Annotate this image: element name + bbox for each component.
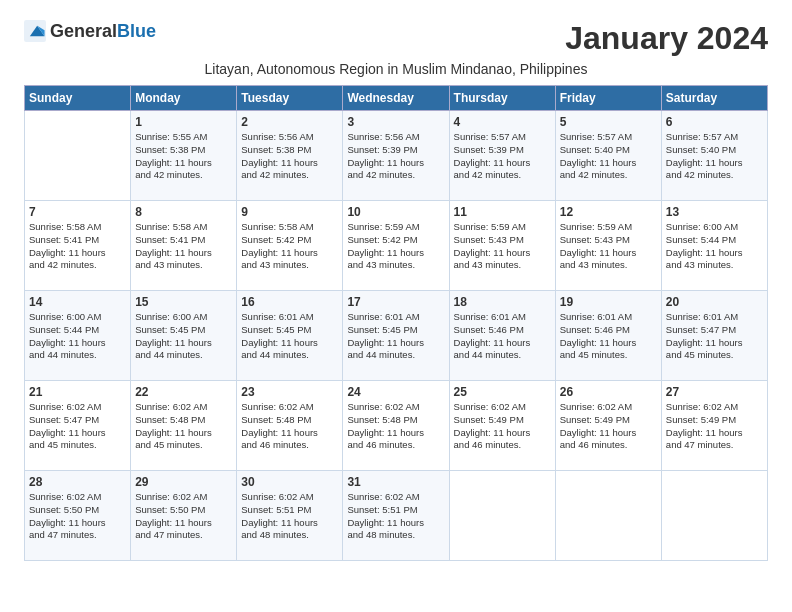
logo-general: General <box>50 21 117 41</box>
calendar-cell: 6Sunrise: 5:57 AM Sunset: 5:40 PM Daylig… <box>661 111 767 201</box>
day-number: 25 <box>454 385 551 399</box>
day-number: 5 <box>560 115 657 129</box>
day-info: Sunrise: 6:02 AM Sunset: 5:48 PM Dayligh… <box>241 401 338 452</box>
calendar-cell: 4Sunrise: 5:57 AM Sunset: 5:39 PM Daylig… <box>449 111 555 201</box>
day-number: 30 <box>241 475 338 489</box>
weekday-header-monday: Monday <box>131 86 237 111</box>
day-number: 28 <box>29 475 126 489</box>
weekday-header-friday: Friday <box>555 86 661 111</box>
calendar-cell: 9Sunrise: 5:58 AM Sunset: 5:42 PM Daylig… <box>237 201 343 291</box>
day-number: 15 <box>135 295 232 309</box>
logo: GeneralBlue <box>24 20 156 42</box>
day-info: Sunrise: 6:02 AM Sunset: 5:49 PM Dayligh… <box>666 401 763 452</box>
day-number: 18 <box>454 295 551 309</box>
day-info: Sunrise: 6:02 AM Sunset: 5:48 PM Dayligh… <box>135 401 232 452</box>
day-info: Sunrise: 6:00 AM Sunset: 5:44 PM Dayligh… <box>666 221 763 272</box>
calendar-cell: 15Sunrise: 6:00 AM Sunset: 5:45 PM Dayli… <box>131 291 237 381</box>
calendar-week-row: 21Sunrise: 6:02 AM Sunset: 5:47 PM Dayli… <box>25 381 768 471</box>
day-number: 2 <box>241 115 338 129</box>
weekday-header-row: SundayMondayTuesdayWednesdayThursdayFrid… <box>25 86 768 111</box>
calendar-week-row: 28Sunrise: 6:02 AM Sunset: 5:50 PM Dayli… <box>25 471 768 561</box>
day-info: Sunrise: 6:02 AM Sunset: 5:49 PM Dayligh… <box>454 401 551 452</box>
calendar-cell: 8Sunrise: 5:58 AM Sunset: 5:41 PM Daylig… <box>131 201 237 291</box>
day-number: 21 <box>29 385 126 399</box>
day-number: 11 <box>454 205 551 219</box>
day-info: Sunrise: 6:01 AM Sunset: 5:47 PM Dayligh… <box>666 311 763 362</box>
day-number: 12 <box>560 205 657 219</box>
calendar-cell: 7Sunrise: 5:58 AM Sunset: 5:41 PM Daylig… <box>25 201 131 291</box>
day-number: 13 <box>666 205 763 219</box>
day-info: Sunrise: 5:56 AM Sunset: 5:39 PM Dayligh… <box>347 131 444 182</box>
day-info: Sunrise: 5:57 AM Sunset: 5:40 PM Dayligh… <box>560 131 657 182</box>
calendar-cell: 31Sunrise: 6:02 AM Sunset: 5:51 PM Dayli… <box>343 471 449 561</box>
calendar-cell <box>661 471 767 561</box>
day-number: 27 <box>666 385 763 399</box>
calendar-week-row: 14Sunrise: 6:00 AM Sunset: 5:44 PM Dayli… <box>25 291 768 381</box>
day-info: Sunrise: 6:01 AM Sunset: 5:45 PM Dayligh… <box>241 311 338 362</box>
day-info: Sunrise: 6:00 AM Sunset: 5:45 PM Dayligh… <box>135 311 232 362</box>
day-info: Sunrise: 6:01 AM Sunset: 5:45 PM Dayligh… <box>347 311 444 362</box>
day-info: Sunrise: 5:58 AM Sunset: 5:41 PM Dayligh… <box>135 221 232 272</box>
calendar-cell: 22Sunrise: 6:02 AM Sunset: 5:48 PM Dayli… <box>131 381 237 471</box>
weekday-header-tuesday: Tuesday <box>237 86 343 111</box>
calendar-cell: 23Sunrise: 6:02 AM Sunset: 5:48 PM Dayli… <box>237 381 343 471</box>
day-info: Sunrise: 5:55 AM Sunset: 5:38 PM Dayligh… <box>135 131 232 182</box>
day-number: 19 <box>560 295 657 309</box>
calendar-cell: 2Sunrise: 5:56 AM Sunset: 5:38 PM Daylig… <box>237 111 343 201</box>
month-title: January 2024 <box>565 20 768 57</box>
calendar-cell: 25Sunrise: 6:02 AM Sunset: 5:49 PM Dayli… <box>449 381 555 471</box>
day-info: Sunrise: 5:56 AM Sunset: 5:38 PM Dayligh… <box>241 131 338 182</box>
day-info: Sunrise: 6:02 AM Sunset: 5:48 PM Dayligh… <box>347 401 444 452</box>
day-number: 14 <box>29 295 126 309</box>
calendar-cell: 20Sunrise: 6:01 AM Sunset: 5:47 PM Dayli… <box>661 291 767 381</box>
calendar-week-row: 1Sunrise: 5:55 AM Sunset: 5:38 PM Daylig… <box>25 111 768 201</box>
day-number: 22 <box>135 385 232 399</box>
calendar-table: SundayMondayTuesdayWednesdayThursdayFrid… <box>24 85 768 561</box>
weekday-header-wednesday: Wednesday <box>343 86 449 111</box>
day-info: Sunrise: 6:01 AM Sunset: 5:46 PM Dayligh… <box>454 311 551 362</box>
day-info: Sunrise: 6:02 AM Sunset: 5:49 PM Dayligh… <box>560 401 657 452</box>
day-info: Sunrise: 6:02 AM Sunset: 5:51 PM Dayligh… <box>347 491 444 542</box>
calendar-cell <box>25 111 131 201</box>
calendar-cell: 18Sunrise: 6:01 AM Sunset: 5:46 PM Dayli… <box>449 291 555 381</box>
day-info: Sunrise: 5:57 AM Sunset: 5:39 PM Dayligh… <box>454 131 551 182</box>
day-number: 16 <box>241 295 338 309</box>
calendar-cell: 24Sunrise: 6:02 AM Sunset: 5:48 PM Dayli… <box>343 381 449 471</box>
calendar-cell: 14Sunrise: 6:00 AM Sunset: 5:44 PM Dayli… <box>25 291 131 381</box>
day-info: Sunrise: 6:00 AM Sunset: 5:44 PM Dayligh… <box>29 311 126 362</box>
weekday-header-thursday: Thursday <box>449 86 555 111</box>
day-number: 1 <box>135 115 232 129</box>
day-number: 20 <box>666 295 763 309</box>
calendar-cell: 12Sunrise: 5:59 AM Sunset: 5:43 PM Dayli… <box>555 201 661 291</box>
calendar-cell: 13Sunrise: 6:00 AM Sunset: 5:44 PM Dayli… <box>661 201 767 291</box>
day-number: 7 <box>29 205 126 219</box>
calendar-week-row: 7Sunrise: 5:58 AM Sunset: 5:41 PM Daylig… <box>25 201 768 291</box>
calendar-cell: 26Sunrise: 6:02 AM Sunset: 5:49 PM Dayli… <box>555 381 661 471</box>
calendar-cell: 11Sunrise: 5:59 AM Sunset: 5:43 PM Dayli… <box>449 201 555 291</box>
day-number: 17 <box>347 295 444 309</box>
day-number: 26 <box>560 385 657 399</box>
calendar-cell: 5Sunrise: 5:57 AM Sunset: 5:40 PM Daylig… <box>555 111 661 201</box>
day-number: 29 <box>135 475 232 489</box>
day-info: Sunrise: 6:02 AM Sunset: 5:51 PM Dayligh… <box>241 491 338 542</box>
weekday-header-sunday: Sunday <box>25 86 131 111</box>
day-info: Sunrise: 5:59 AM Sunset: 5:43 PM Dayligh… <box>454 221 551 272</box>
day-number: 10 <box>347 205 444 219</box>
calendar-cell: 27Sunrise: 6:02 AM Sunset: 5:49 PM Dayli… <box>661 381 767 471</box>
day-info: Sunrise: 6:02 AM Sunset: 5:50 PM Dayligh… <box>29 491 126 542</box>
calendar-cell <box>449 471 555 561</box>
calendar-cell: 3Sunrise: 5:56 AM Sunset: 5:39 PM Daylig… <box>343 111 449 201</box>
calendar-cell: 17Sunrise: 6:01 AM Sunset: 5:45 PM Dayli… <box>343 291 449 381</box>
day-number: 31 <box>347 475 444 489</box>
calendar-subtitle: Litayan, Autonomous Region in Muslim Min… <box>24 61 768 77</box>
weekday-header-saturday: Saturday <box>661 86 767 111</box>
calendar-cell: 30Sunrise: 6:02 AM Sunset: 5:51 PM Dayli… <box>237 471 343 561</box>
calendar-cell: 10Sunrise: 5:59 AM Sunset: 5:42 PM Dayli… <box>343 201 449 291</box>
day-info: Sunrise: 5:57 AM Sunset: 5:40 PM Dayligh… <box>666 131 763 182</box>
day-info: Sunrise: 5:58 AM Sunset: 5:42 PM Dayligh… <box>241 221 338 272</box>
calendar-cell: 16Sunrise: 6:01 AM Sunset: 5:45 PM Dayli… <box>237 291 343 381</box>
calendar-cell: 21Sunrise: 6:02 AM Sunset: 5:47 PM Dayli… <box>25 381 131 471</box>
calendar-cell: 1Sunrise: 5:55 AM Sunset: 5:38 PM Daylig… <box>131 111 237 201</box>
day-info: Sunrise: 6:02 AM Sunset: 5:50 PM Dayligh… <box>135 491 232 542</box>
day-info: Sunrise: 5:59 AM Sunset: 5:43 PM Dayligh… <box>560 221 657 272</box>
